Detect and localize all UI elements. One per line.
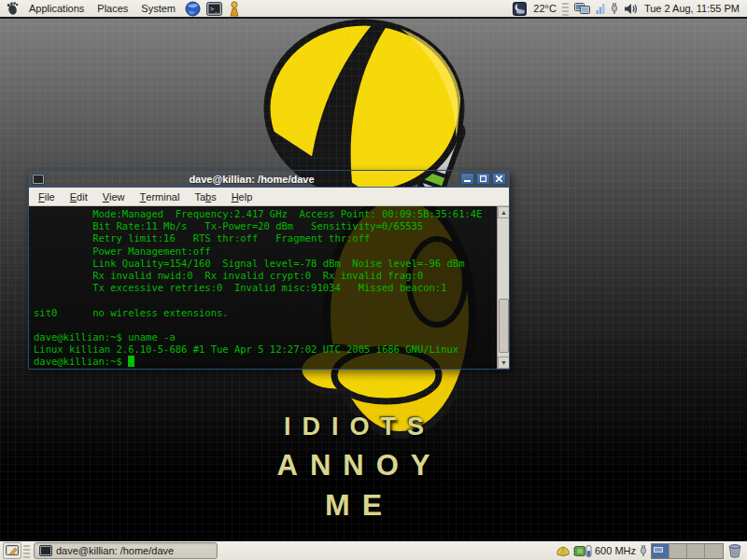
menu-applications[interactable]: Applications: [22, 0, 91, 18]
terminal-cursor: [128, 356, 134, 367]
wallpaper-caption-line-2: ANNOY: [215, 449, 504, 483]
terminal-line: Tx excessive retries:0 Invalid misc:9103…: [34, 282, 496, 294]
terminal-output-area[interactable]: Mode:Managed Frequency:2.417 GHz Access …: [29, 206, 509, 369]
scrollbar-down-arrow-icon[interactable]: ▼: [498, 357, 509, 369]
workspace-4[interactable]: [705, 544, 723, 558]
cpufreq-label: 600 MHz: [595, 545, 636, 556]
cpufreq-applet[interactable]: 600 MHz: [573, 544, 636, 558]
terminal-line: [34, 319, 496, 331]
workspace-mini-window: [654, 547, 663, 553]
applet-handle[interactable]: [562, 1, 569, 16]
shell-applet-icon[interactable]: [556, 545, 571, 557]
terminal-line: [34, 294, 496, 306]
terminal-line: sit0 no wireless extensions.: [34, 307, 496, 319]
terminal-launcher-icon[interactable]: >_: [206, 2, 222, 16]
power-plug-icon[interactable]: [610, 2, 619, 15]
window-terminal-icon: [32, 174, 45, 185]
network-monitor-icon[interactable]: [574, 2, 591, 15]
menu-help[interactable]: Help: [224, 188, 261, 206]
gnome-foot-icon[interactable]: [5, 1, 20, 16]
desktop-root: IDIOTS ANNOY ME Applications Places Syst…: [0, 0, 747, 560]
menu-view[interactable]: View: [95, 188, 133, 206]
top-panel: Applications Places System >_: [0, 0, 747, 19]
terminal-line: Mode:Managed Frequency:2.417 GHz Access …: [34, 208, 496, 220]
terminal-line: dave@killian:~$ uname -a: [34, 331, 496, 343]
power-plug-icon[interactable]: [639, 544, 648, 557]
wallpaper-caption-line-1: IDIOTS: [215, 413, 504, 441]
terminal-text: Mode:Managed Frequency:2.417 GHz Access …: [34, 208, 496, 368]
terminal-icon: [39, 545, 52, 556]
terminal-line: Bit Rate:11 Mb/s Tx-Power=20 dBm Sensiti…: [34, 220, 496, 232]
terminal-menubar: File Edit View Terminal Tabs Help: [29, 188, 509, 206]
trash-icon: [727, 543, 742, 558]
character-figure-icon[interactable]: [228, 1, 241, 17]
maximize-button[interactable]: [476, 173, 490, 185]
weather-applet[interactable]: 22°C: [509, 2, 560, 16]
terminal-window: dave@killian: /home/dave File Edit View …: [28, 170, 510, 370]
taskbar-window-button[interactable]: dave@killian: /home/dave: [34, 542, 218, 559]
terminal-scrollbar[interactable]: ▲ ▼: [497, 206, 509, 369]
tasklist-handle[interactable]: [23, 543, 30, 558]
show-desktop-icon: [6, 545, 19, 556]
svg-text:>_: >_: [210, 6, 218, 13]
menu-places[interactable]: Places: [91, 0, 134, 18]
web-browser-globe-icon[interactable]: [185, 1, 201, 17]
workspace-3[interactable]: [687, 544, 705, 558]
terminal-line: Rx invalid nwid:0 Rx invalid crypt:0 Rx …: [34, 270, 496, 282]
workspace-2[interactable]: [669, 544, 687, 558]
terminal-line: Link Quality=154/160 Signal level=-78 dB…: [34, 258, 496, 270]
scrollbar-up-arrow-icon[interactable]: ▲: [498, 206, 509, 218]
terminal-line: Linux killian 2.6.10-5-686 #1 Tue Apr 5 …: [34, 343, 496, 356]
close-button[interactable]: [492, 173, 506, 185]
menu-edit[interactable]: Edit: [63, 188, 95, 206]
workspace-switcher: [651, 543, 724, 559]
menu-system[interactable]: System: [134, 0, 182, 18]
volume-speaker-icon[interactable]: [624, 3, 638, 15]
menu-tabs[interactable]: Tabs: [187, 188, 223, 206]
bottom-panel: dave@killian: /home/dave 600 MHz: [0, 540, 747, 560]
wireless-signal-icon[interactable]: [596, 2, 605, 15]
scrollbar-thumb[interactable]: [499, 299, 509, 353]
window-title: dave@killian: /home/dave: [45, 174, 458, 185]
status-tray: [571, 2, 641, 15]
temperature-label: 22°C: [533, 3, 557, 14]
wallpaper-caption-line-3: ME: [215, 488, 504, 523]
minimize-button[interactable]: [460, 173, 474, 185]
clock-applet[interactable]: Tue 2 Aug, 11:55 PM: [641, 3, 745, 14]
taskbar-window-label: dave@killian: /home/dave: [56, 545, 174, 556]
terminal-prompt-line: dave@killian:~$: [34, 356, 496, 368]
workspace-1[interactable]: [652, 544, 669, 558]
show-desktop-button[interactable]: [3, 542, 21, 559]
window-titlebar[interactable]: dave@killian: /home/dave: [29, 171, 509, 188]
cpu-chip-battery-icon: [573, 544, 592, 558]
terminal-line: Retry limit:16 RTS thr:off Fragment thr:…: [34, 232, 496, 245]
trash-button[interactable]: [727, 543, 742, 558]
terminal-line: Power Management:off: [34, 245, 496, 258]
night-moon-cloud-icon: [513, 2, 527, 16]
menu-file[interactable]: File: [31, 188, 63, 206]
menu-terminal[interactable]: Terminal: [133, 188, 188, 206]
